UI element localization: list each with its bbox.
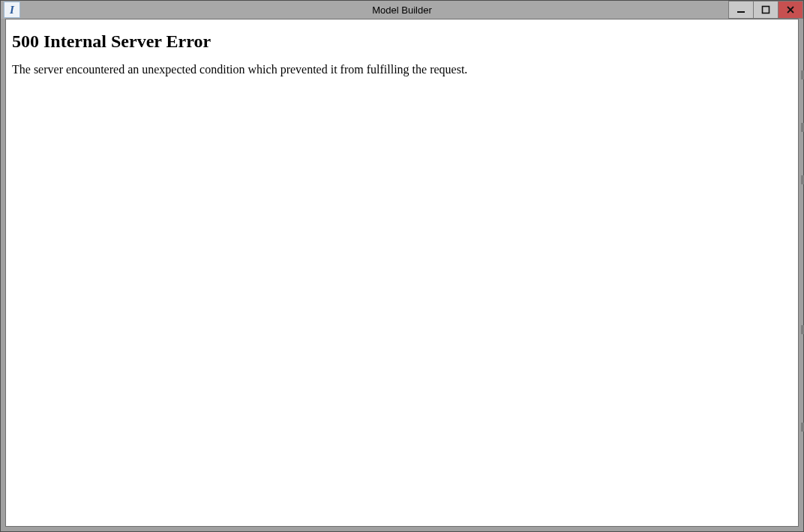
close-button[interactable] — [778, 1, 803, 19]
window-controls — [728, 1, 803, 19]
svg-rect-0 — [737, 11, 745, 13]
error-title: 500 Internal Server Error — [12, 31, 792, 52]
window-title: Model Builder — [1, 1, 803, 19]
error-message: The server encountered an unexpected con… — [12, 62, 792, 78]
minimize-icon — [736, 5, 746, 14]
svg-rect-1 — [763, 7, 770, 13]
app-icon: I — [4, 1, 20, 18]
error-page: 500 Internal Server Error The server enc… — [6, 19, 798, 85]
maximize-button[interactable] — [753, 1, 778, 19]
minimize-button[interactable] — [728, 1, 753, 19]
title-bar[interactable]: I Model Builder — [1, 1, 803, 19]
application-window: I Model Builder 500 Internal S — [0, 0, 804, 532]
close-icon — [786, 5, 795, 14]
content-pane: 500 Internal Server Error The server enc… — [5, 19, 799, 527]
maximize-icon — [761, 5, 770, 14]
window-body: 500 Internal Server Error The server enc… — [1, 19, 803, 531]
